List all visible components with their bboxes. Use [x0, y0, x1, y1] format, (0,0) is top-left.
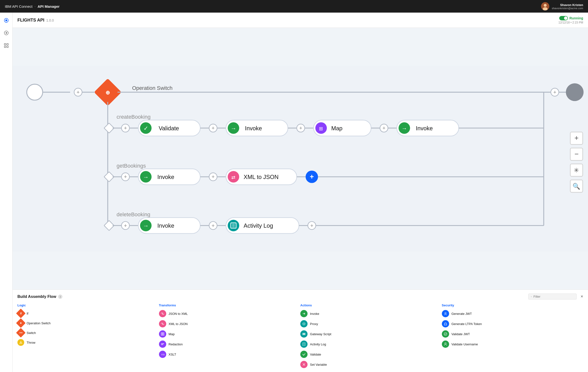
filter-input[interactable]: [533, 295, 574, 298]
cat-item-activitylog[interactable]: Activity Log: [300, 340, 438, 348]
cat-item-invoke[interactable]: Invoke: [300, 310, 438, 317]
switch-icon: ⟺: [16, 328, 26, 338]
svg-text:✓: ✓: [144, 125, 148, 131]
status-date: 12/12/18 • 2:15 PM: [558, 21, 583, 24]
svg-text:XML to JSON: XML to JSON: [244, 174, 279, 180]
close-panel-button[interactable]: ×: [580, 294, 583, 299]
svg-text:Map: Map: [331, 125, 342, 131]
svg-text:⊞: ⊞: [319, 126, 323, 131]
svg-text:+: +: [124, 223, 127, 229]
cat-item-valjwt[interactable]: Validate JWT: [442, 330, 579, 338]
sidebar-item-api[interactable]: [2, 16, 10, 24]
svg-rect-98: [161, 343, 164, 344]
category-transforms-items: JSON to XML XML to JSON Ma: [159, 310, 297, 358]
svg-text:−: −: [575, 150, 578, 158]
cat-item-redaction[interactable]: Redaction: [159, 340, 297, 348]
cat-item-jsonxml[interactable]: JSON to XML: [159, 310, 297, 317]
svg-text:+: +: [310, 223, 313, 229]
filter-search-icon: [531, 295, 532, 298]
svg-rect-10: [7, 46, 8, 47]
cat-item-proxy[interactable]: Proxy: [300, 320, 438, 328]
redaction-icon: [159, 340, 166, 348]
user-avatar[interactable]: [541, 2, 549, 11]
avatar-image: [541, 2, 549, 11]
jsonxml-label: JSON to XML: [169, 312, 188, 316]
svg-point-1: [544, 4, 547, 7]
redaction-label: Redaction: [169, 342, 183, 346]
json-xml-svg: [161, 312, 165, 316]
svg-text:+: +: [124, 125, 127, 131]
genjwt-icon: [442, 310, 449, 317]
status-toggle[interactable]: [559, 16, 568, 20]
content-area: FLIGHTS API 1.0.0 Running 12/12/18 • 2:1…: [13, 13, 588, 372]
proxy-label: Proxy: [310, 322, 318, 326]
genltpa-label: Generate LTPA Token: [452, 322, 482, 326]
gateway-svg: [302, 332, 306, 336]
svg-text:→: →: [143, 222, 149, 229]
svg-rect-95: [163, 332, 164, 334]
svg-text:✳: ✳: [574, 167, 579, 174]
topnav-brand-area: IBM API Connect · API Manager: [5, 4, 60, 9]
main-layout: FLIGHTS API 1.0.0 Running 12/12/18 • 2:1…: [0, 13, 588, 372]
svg-text:🔍: 🔍: [573, 183, 580, 190]
cat-item-genltpa[interactable]: Generate LTPA Token: [442, 320, 579, 328]
setvariable-svg: [302, 362, 306, 366]
cat-item-valusername[interactable]: Validate Username: [442, 340, 579, 348]
cat-item-xmljson[interactable]: XML to JSON: [159, 320, 297, 328]
svg-text:+: +: [211, 125, 215, 131]
category-security-title: Security: [442, 304, 579, 307]
info-icon[interactable]: i: [58, 295, 63, 299]
user-name: Shavon Kristen: [552, 3, 583, 7]
cat-item-gateway[interactable]: Gateway Script: [300, 330, 438, 338]
cat-item-map[interactable]: Map: [159, 330, 297, 338]
svg-text:Invoke: Invoke: [157, 222, 174, 229]
svg-rect-103: [303, 334, 305, 334]
top-navigation: IBM API Connect · API Manager Shavon Kri…: [0, 0, 588, 13]
op-switch-icon: ⊕: [16, 318, 26, 328]
category-actions-items: Invoke Proxy Gateway Scrip: [300, 310, 438, 368]
build-panel-header: Build Assembly Flow i ×: [17, 294, 583, 300]
throw-icon: ⚠: [17, 339, 24, 346]
category-security: Security Generate JWT Genera: [442, 304, 583, 372]
svg-text:→: →: [143, 174, 149, 180]
cat-item-xslt[interactable]: XSL XSLT: [159, 351, 297, 358]
proxy-svg: [302, 322, 306, 326]
user-email: shavonkristen@acme.com: [552, 7, 583, 10]
cat-item-validate[interactable]: Validate: [300, 351, 438, 358]
user-info-area: Shavon Kristen shavonkristen@acme.com: [541, 2, 583, 11]
redaction-svg: [161, 342, 165, 346]
json-xml-icon: [159, 310, 166, 317]
cat-item-throw[interactable]: ⚠ Throw: [17, 339, 155, 346]
xml-json-svg: [161, 322, 165, 326]
cat-item-switch[interactable]: ⟺ Switch: [17, 329, 155, 336]
if-label: If: [27, 312, 28, 315]
cat-item-opswitch[interactable]: ⊕ Operation Switch: [17, 320, 155, 327]
activitylog-label: Activity Log: [310, 342, 326, 346]
svg-rect-8: [7, 44, 8, 45]
sidebar-item-apps[interactable]: [2, 42, 10, 49]
svg-text:+: +: [310, 173, 314, 180]
svg-text:getBookings: getBookings: [117, 163, 146, 169]
genltpa-icon: [442, 320, 449, 328]
api-header: FLIGHTS API 1.0.0 Running 12/12/18 • 2:1…: [13, 13, 588, 28]
op-switch-label: Operation Switch: [27, 321, 51, 325]
cat-item-if[interactable]: If If: [17, 310, 155, 317]
sidebar-item-run[interactable]: [2, 29, 10, 37]
validate-icon: [300, 351, 307, 358]
switch-label: Switch: [27, 331, 36, 335]
cat-item-setvariable[interactable]: Set Variable: [300, 361, 438, 368]
valjwt-icon: [442, 330, 449, 338]
svg-point-110: [444, 332, 447, 335]
genjwt-label: Generate JWT: [452, 312, 472, 316]
svg-point-111: [445, 343, 446, 344]
svg-rect-104: [303, 334, 305, 335]
svg-point-92: [531, 296, 532, 297]
invoke-icon: [300, 310, 307, 317]
build-title-row: Build Assembly Flow i: [17, 295, 63, 299]
svg-text:+: +: [553, 89, 556, 95]
svg-text:Invoke: Invoke: [157, 174, 174, 180]
cat-item-genjwt[interactable]: Generate JWT: [442, 310, 579, 317]
svg-text:+: +: [211, 174, 215, 180]
activity-svg: [302, 342, 306, 346]
xslt-svg: XSL: [161, 352, 165, 356]
